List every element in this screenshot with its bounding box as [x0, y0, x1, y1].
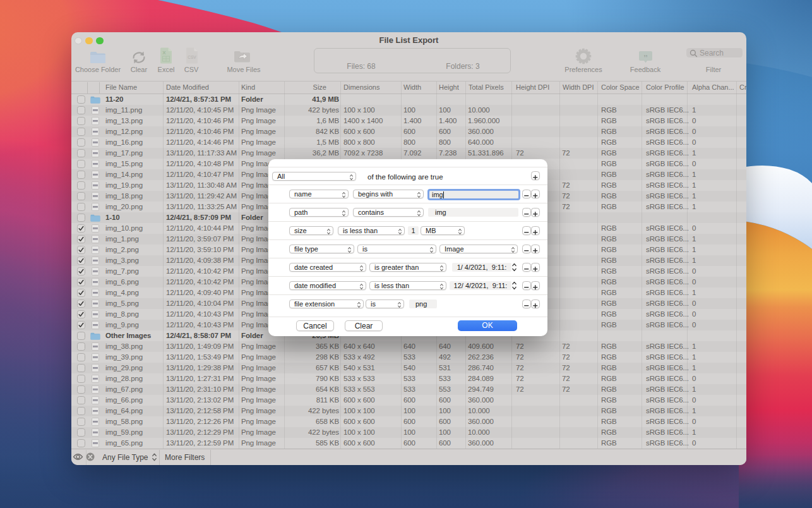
- svg-text:CSV: CSV: [188, 55, 196, 59]
- svg-text:,,: ,,: [643, 51, 647, 57]
- svg-text:X: X: [162, 50, 166, 56]
